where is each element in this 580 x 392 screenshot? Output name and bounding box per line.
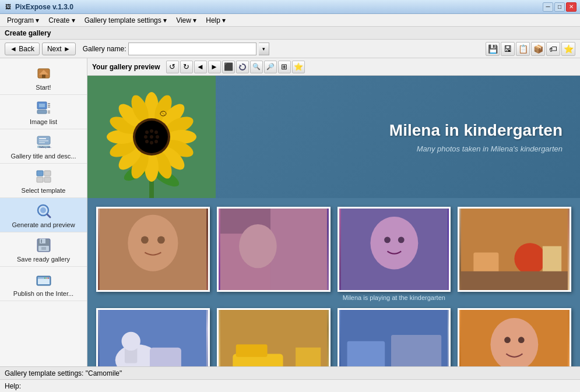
svg-text:Gallery title...: Gallery title... <box>39 146 52 149</box>
sidebar: Start! Image list <box>0 58 87 366</box>
gallery-name-input[interactable] <box>128 43 256 55</box>
gallery-thumb-5[interactable] <box>96 308 210 366</box>
svg-rect-10 <box>48 112 50 114</box>
sidebar-item-publish-label: Publish on the Inter... <box>13 290 73 297</box>
generate-preview-icon <box>34 202 53 220</box>
gallery-name-dropdown[interactable]: ▾ <box>259 43 269 55</box>
svg-point-66 <box>154 140 158 143</box>
svg-point-64 <box>145 140 149 143</box>
gallery-thumb-8[interactable] <box>458 308 571 366</box>
svg-rect-17 <box>37 171 43 176</box>
save-button[interactable]: 💾 <box>486 42 500 56</box>
sidebar-item-start[interactable]: Start! <box>0 61 87 95</box>
maximize-button[interactable]: □ <box>554 2 565 12</box>
package-button[interactable]: 📦 <box>531 42 545 56</box>
minimize-button[interactable]: ─ <box>543 2 553 12</box>
gallery-thumb-6[interactable] <box>217 308 331 366</box>
thumb-wrapper-6 <box>217 308 331 366</box>
next-preview-button[interactable]: ► <box>208 61 221 73</box>
svg-rect-74 <box>100 209 206 290</box>
gallery-header-image <box>87 76 216 198</box>
sidebar-item-image-list[interactable]: Image list <box>0 95 87 129</box>
svg-point-32 <box>48 278 49 279</box>
toolbar-icons: 💾 🖫 📋 📦 🏷 ⭐ <box>486 42 575 56</box>
svg-rect-87 <box>461 271 568 290</box>
rotate-cw-button[interactable]: ↻ <box>180 61 193 73</box>
zoom-in-button[interactable]: 🔍 <box>250 61 263 73</box>
favorite-button[interactable]: ⭐ <box>561 42 575 56</box>
gallery-thumb-4[interactable] <box>458 207 571 292</box>
sidebar-item-start-label: Start! <box>36 84 51 91</box>
svg-rect-101 <box>391 335 441 366</box>
svg-point-61 <box>144 135 147 139</box>
gallery-grid: Milena is playing at the kindergarten <box>87 198 580 366</box>
refresh-button[interactable] <box>236 61 249 73</box>
gallery-name-label: Gallery name: <box>83 45 126 53</box>
svg-point-106 <box>518 337 525 343</box>
svg-rect-19 <box>37 177 43 182</box>
svg-point-62 <box>150 135 153 139</box>
stop-button[interactable]: ⬛ <box>222 61 235 73</box>
main-area: Start! Image list <box>0 58 580 366</box>
prev-button[interactable]: ◄ <box>194 61 207 73</box>
svg-point-81 <box>384 236 391 243</box>
sidebar-item-save-gallery-label: Save ready gallery <box>17 256 70 263</box>
svg-rect-12 <box>39 138 46 139</box>
menu-help[interactable]: Help ▾ <box>201 15 230 26</box>
sidebar-item-publish[interactable]: Publish on the Inter... <box>0 267 87 301</box>
copy-button[interactable]: 📋 <box>516 42 530 56</box>
zoom-out-button[interactable]: 🔎 <box>264 61 277 73</box>
svg-rect-5 <box>48 103 50 104</box>
preview-content[interactable]: Milena in kindergarten Many photos taken… <box>87 76 580 366</box>
thumb-wrapper-4 <box>458 207 571 301</box>
sidebar-item-gallery-title-label: Gallery title and desc... <box>11 153 76 160</box>
sidebar-item-gallery-title[interactable]: Gallery title... Gallery title and desc.… <box>0 129 87 164</box>
gallery-thumb-7[interactable] <box>338 308 451 366</box>
menu-program[interactable]: Program ▾ <box>2 15 44 26</box>
menu-gallery-template[interactable]: Gallery template settings ▾ <box>80 15 171 26</box>
gallery-header-text: Milena in kindergarten Many photos taken… <box>216 110 580 165</box>
svg-point-34 <box>44 278 45 279</box>
svg-rect-13 <box>39 140 48 142</box>
sidebar-item-select-template[interactable]: Select template <box>0 164 87 198</box>
svg-point-105 <box>504 337 511 343</box>
sidebar-item-select-template-label: Select template <box>22 187 66 194</box>
close-button[interactable]: ✕ <box>566 2 577 12</box>
save-as-button[interactable]: 🖫 <box>501 42 515 56</box>
back-button[interactable]: ◄ Back <box>5 43 40 55</box>
svg-line-23 <box>47 214 50 217</box>
svg-point-91 <box>122 332 140 351</box>
svg-point-65 <box>150 141 153 144</box>
help-bar: Help: <box>0 379 580 392</box>
menu-create[interactable]: Create ▾ <box>44 15 79 26</box>
bookmark-button[interactable]: ⭐ <box>292 61 305 73</box>
save-gallery-icon <box>34 236 53 255</box>
sidebar-item-image-list-label: Image list <box>30 118 57 125</box>
nav-bar: ◄ Back Next ► Gallery name: ▾ 💾 🖫 📋 📦 🏷 … <box>0 40 580 58</box>
thumb-wrapper-2 <box>217 207 331 301</box>
sunflower-svg <box>87 76 216 198</box>
svg-point-80 <box>370 217 418 270</box>
fit-button[interactable]: ⊞ <box>278 61 291 73</box>
sidebar-item-generate-preview[interactable]: Generate and preview <box>0 198 87 232</box>
thumb-wrapper-3: Milena is playing at the kindergarten <box>338 207 451 301</box>
gallery-thumb-2[interactable] <box>217 207 331 292</box>
svg-rect-2 <box>42 75 45 78</box>
menu-view[interactable]: View ▾ <box>171 15 201 26</box>
next-button[interactable]: Next ► <box>42 43 76 55</box>
svg-rect-20 <box>44 177 51 182</box>
svg-point-59 <box>150 129 153 133</box>
create-gallery-label: Create gallery <box>5 29 51 37</box>
svg-rect-8 <box>37 110 47 114</box>
svg-point-58 <box>145 130 149 134</box>
select-template-icon <box>34 167 53 186</box>
sidebar-item-save-gallery[interactable]: Save ready gallery <box>0 232 87 267</box>
rotate-ccw-button[interactable]: ↺ <box>166 61 179 73</box>
gallery-thumb-1[interactable] <box>96 207 210 292</box>
status-bar: Gallery template settings: "Camomile" <box>0 366 580 379</box>
label-button[interactable]: 🏷 <box>546 42 560 56</box>
thumb-wrapper-8 <box>458 308 571 366</box>
svg-rect-9 <box>48 111 50 112</box>
gallery-thumb-3[interactable] <box>338 207 451 292</box>
thumb-caption-3: Milena is playing at the kindergarten <box>338 294 451 301</box>
